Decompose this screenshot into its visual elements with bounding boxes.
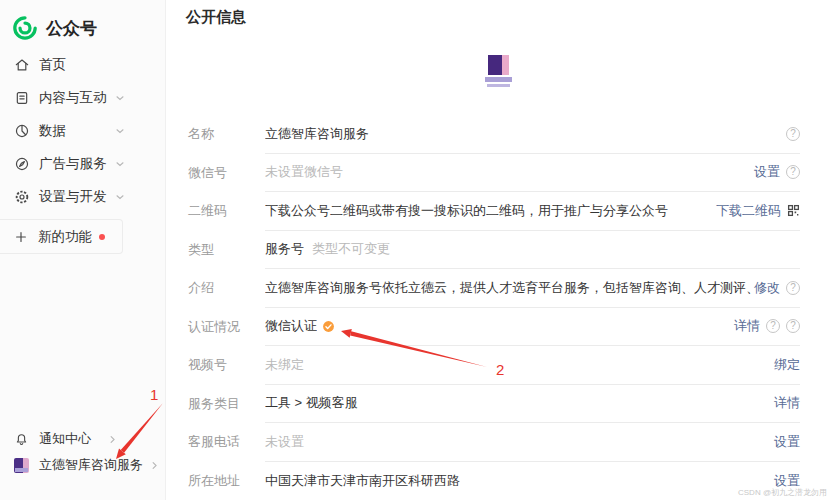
notification-dot	[99, 234, 105, 240]
form-row-introduction: 介绍 立德智库咨询服务号依托立德云，提供人才选育平台服务，包括智库咨询、人才测评…	[166, 269, 830, 308]
help-icon[interactable]: ?	[786, 165, 800, 179]
field-label: 名称	[188, 115, 265, 154]
plus-icon	[14, 230, 28, 244]
verified-badge-icon	[322, 320, 335, 333]
compass-icon	[14, 156, 30, 172]
sidebar-item-settings[interactable]: 设置与开发	[0, 180, 132, 213]
field-value: 服务号	[265, 240, 304, 258]
sidebar-item-current-account[interactable]: 立德智库咨询服务	[0, 452, 166, 478]
field-value: 微信认证	[265, 317, 317, 335]
brand-logo[interactable]: 公众号	[0, 0, 165, 41]
field-value: 中国天津市天津市南开区科研西路	[265, 472, 774, 490]
sidebar-item-label: 新的功能	[38, 228, 92, 246]
public-info-form: 名称 立德智库咨询服务 ? 微信号 未设置微信号 设置 ?	[166, 115, 830, 500]
page-title: 公开信息	[186, 8, 246, 27]
sidebar-item-home[interactable]: 首页	[0, 48, 132, 81]
field-value: 立德智库咨询服务号依托立德云，提供人才选育平台服务，包括智库咨询、人才测评、智能…	[265, 279, 754, 297]
sidebar-bottom: 通知中心 立德智库咨询服务	[0, 426, 166, 478]
field-label: 微信号	[188, 154, 265, 193]
account-name: 立德智库咨询服务	[39, 456, 143, 474]
watermark: CSDN @初九之潜龙勿用	[738, 487, 827, 498]
chevron-down-icon	[114, 125, 126, 137]
field-value: 未设置	[265, 433, 774, 451]
certification-details-button[interactable]: 详情	[734, 317, 760, 335]
chevron-right-icon	[107, 434, 118, 445]
field-label: 视频号	[188, 346, 265, 385]
sidebar-item-label: 设置与开发	[39, 188, 107, 206]
sidebar-item-notification-center[interactable]: 通知中心	[0, 426, 166, 452]
field-label: 认证情况	[188, 308, 265, 347]
bind-video-channel-button[interactable]: 绑定	[774, 356, 800, 374]
form-row-certification: 认证情况 微信认证 详情 ? ?	[166, 308, 830, 347]
form-row-video-channel: 视频号 未绑定 绑定	[166, 346, 830, 385]
bell-icon	[14, 432, 29, 447]
form-row-wechat-id: 微信号 未设置微信号 设置 ?	[166, 154, 830, 193]
document-icon	[14, 90, 30, 106]
sidebar-item-content[interactable]: 内容与互动	[0, 81, 132, 114]
sidebar-item-label: 数据	[39, 122, 66, 140]
home-icon	[14, 57, 30, 73]
field-value: 工具 > 视频客服	[265, 394, 774, 412]
brand-name: 公众号	[46, 17, 97, 40]
chevron-down-icon	[114, 158, 126, 170]
sidebar-item-ads[interactable]: 广告与服务	[0, 147, 132, 180]
sidebar-menu: 首页 内容与互动 数据 广告与服务	[0, 48, 132, 213]
chevron-right-icon	[149, 460, 160, 471]
field-label: 介绍	[188, 269, 265, 308]
sidebar-item-new-features[interactable]: 新的功能	[0, 219, 123, 254]
chevron-down-icon	[114, 191, 126, 203]
field-value: 未绑定	[265, 356, 774, 374]
field-value: 下载公众号二维码或带有搜一搜标识的二维码，用于推广与分享公众号	[265, 202, 716, 220]
help-icon[interactable]: ?	[786, 319, 800, 333]
field-label: 二维码	[188, 192, 265, 231]
sidebar-item-label: 通知中心	[39, 430, 91, 448]
qr-code-icon[interactable]	[787, 204, 800, 217]
field-value: 立德智库咨询服务	[265, 125, 786, 143]
main-content: 公开信息 名称 立德智库咨询服务 ? 微信号 未设置微信号	[166, 0, 830, 500]
modify-introduction-button[interactable]: 修改	[754, 279, 780, 297]
sidebar-item-label: 首页	[39, 56, 66, 74]
chevron-down-icon	[114, 92, 126, 104]
field-label: 所在地址	[188, 462, 265, 500]
field-label: 类型	[188, 231, 265, 270]
category-details-button[interactable]: 详情	[774, 394, 800, 412]
app-window: 公众号 首页 内容与互动 数据	[0, 0, 830, 500]
help-icon[interactable]: ?	[786, 127, 800, 141]
form-row-service-category: 服务类目 工具 > 视频客服 详情	[166, 385, 830, 424]
account-avatar	[14, 458, 29, 473]
form-row-qrcode: 二维码 下载公众号二维码或带有搜一搜标识的二维码，用于推广与分享公众号 下载二维…	[166, 192, 830, 231]
official-account-logo-icon	[12, 15, 38, 41]
set-wechat-id-button[interactable]: 设置	[754, 163, 780, 181]
sidebar-item-label: 内容与互动	[39, 89, 107, 107]
form-row-name: 名称 立德智库咨询服务 ?	[166, 115, 830, 154]
gear-icon	[14, 189, 30, 205]
field-label: 客服电话	[188, 423, 265, 462]
account-avatar-image	[483, 55, 513, 91]
form-row-address: 所在地址 中国天津市天津市南开区科研西路 设置	[166, 462, 830, 500]
form-row-service-phone: 客服电话 未设置 设置	[166, 423, 830, 462]
sidebar-item-data[interactable]: 数据	[0, 114, 132, 147]
help-icon[interactable]: ?	[766, 319, 780, 333]
sidebar-item-label: 广告与服务	[39, 155, 107, 173]
form-row-type: 类型 服务号 类型不可变更	[166, 231, 830, 270]
download-qrcode-button[interactable]: 下载二维码	[716, 202, 781, 220]
field-value: 未设置微信号	[265, 163, 754, 181]
help-icon[interactable]: ?	[786, 281, 800, 295]
pie-chart-icon	[14, 123, 30, 139]
field-label: 服务类目	[188, 385, 265, 424]
sidebar: 公众号 首页 内容与互动 数据	[0, 0, 166, 500]
set-phone-button[interactable]: 设置	[774, 433, 800, 451]
field-note: 类型不可变更	[312, 240, 390, 258]
